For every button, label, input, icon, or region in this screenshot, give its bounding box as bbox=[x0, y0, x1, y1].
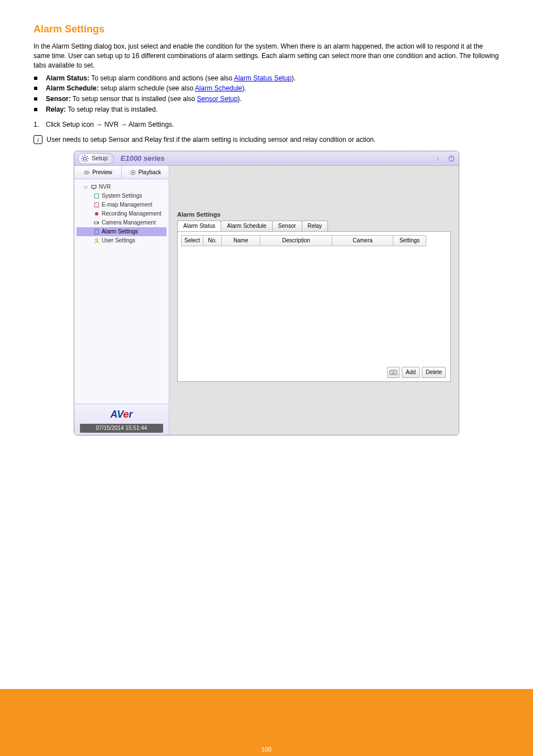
info-icon[interactable]: i bbox=[435, 155, 443, 162]
col-description[interactable]: Description bbox=[260, 235, 332, 246]
tree-item-recording[interactable]: Recording Management bbox=[77, 209, 166, 218]
keyboard-button[interactable] bbox=[387, 367, 399, 378]
tree-root-label: NVR bbox=[99, 183, 111, 191]
record-icon bbox=[93, 210, 100, 217]
svg-rect-20 bbox=[393, 371, 394, 371]
svg-text:i: i bbox=[437, 156, 439, 161]
aver-logo: AVer bbox=[74, 408, 169, 422]
svg-point-12 bbox=[95, 212, 98, 216]
model-label: E1000 series bbox=[121, 154, 165, 164]
bullet-relay: ■ Relay: To setup relay that is installe… bbox=[34, 105, 499, 114]
tree-root[interactable]: ⊟ NVR bbox=[77, 183, 166, 192]
nav-tree: ⊟ NVR System Settings E-map Management bbox=[74, 179, 169, 404]
col-select[interactable]: Select bbox=[181, 235, 203, 246]
tree-item-system-settings[interactable]: System Settings bbox=[77, 192, 166, 200]
doc-icon bbox=[93, 193, 100, 199]
tree-item-label: User Settings bbox=[102, 237, 135, 245]
svg-rect-18 bbox=[391, 371, 392, 371]
svg-rect-19 bbox=[392, 371, 393, 371]
bullet-text: To setup alarm conditions and actions (s… bbox=[91, 74, 234, 82]
add-button[interactable]: Add bbox=[402, 367, 420, 378]
tab-preview[interactable]: Preview bbox=[74, 166, 122, 179]
bullet-sensor: ■ Sensor: To setup sensor that is instal… bbox=[34, 94, 499, 104]
svg-rect-17 bbox=[390, 370, 397, 375]
svg-rect-10 bbox=[95, 194, 99, 198]
tree-item-emap[interactable]: E-map Management bbox=[77, 200, 166, 209]
camera-icon bbox=[93, 219, 100, 226]
col-settings[interactable]: Settings bbox=[393, 235, 426, 246]
sidebar: Preview Playback ⊟ NVR Syste bbox=[74, 166, 169, 435]
svg-rect-22 bbox=[392, 372, 396, 373]
tree-item-label: Alarm Settings bbox=[102, 228, 138, 236]
link-alarm-status-setup[interactable]: Alarm Status Setup bbox=[234, 74, 292, 82]
tree-item-camera[interactable]: Camera Management bbox=[77, 218, 166, 227]
svg-rect-8 bbox=[92, 185, 96, 188]
pane-tab-alarm-status[interactable]: Alarm Status bbox=[177, 221, 221, 231]
app-titlebar: Setup E1000 series i bbox=[74, 151, 459, 166]
pane-title: Alarm Settings bbox=[177, 210, 451, 219]
link-alarm-schedule[interactable]: Alarm Schedule bbox=[195, 84, 242, 92]
svg-rect-11 bbox=[95, 203, 99, 207]
gear-icon bbox=[80, 154, 89, 163]
page-footer: 100 bbox=[0, 689, 533, 756]
bullet-label: Sensor: bbox=[46, 95, 71, 103]
bullet-label: Alarm Schedule: bbox=[46, 84, 99, 92]
tab-playback[interactable]: Playback bbox=[122, 166, 169, 179]
tab-playback-label: Playback bbox=[139, 169, 161, 176]
col-name[interactable]: Name bbox=[221, 235, 260, 246]
info-icon: i bbox=[34, 135, 42, 144]
eye-icon bbox=[83, 169, 90, 176]
main-pane: Alarm Settings Alarm Status Alarm Schedu… bbox=[169, 166, 459, 435]
note-text: User needs to setup Sensor and Relay fir… bbox=[46, 136, 375, 143]
step-1: 1. Click Setup icon → NVR → Alarm Settin… bbox=[34, 120, 499, 130]
pane-tab-alarm-schedule[interactable]: Alarm Schedule bbox=[221, 221, 273, 231]
tree-item-label: System Settings bbox=[102, 192, 142, 200]
alarm-icon bbox=[93, 228, 100, 235]
svg-point-0 bbox=[83, 157, 86, 160]
link-sensor-setup[interactable]: Sensor Setup bbox=[197, 95, 238, 103]
setup-button[interactable]: Setup bbox=[78, 153, 114, 164]
page-number: 100 bbox=[261, 746, 272, 753]
keyboard-icon bbox=[389, 370, 397, 375]
col-no[interactable]: No. bbox=[203, 235, 222, 246]
svg-rect-9 bbox=[93, 189, 95, 189]
svg-rect-15 bbox=[95, 229, 99, 234]
intro-paragraph: In the Alarm Setting dialog box, just se… bbox=[34, 42, 499, 70]
tree-item-label: E-map Management bbox=[102, 201, 153, 209]
bullet-icon: ■ bbox=[34, 84, 46, 93]
bullet-text: To setup relay that is installed. bbox=[68, 106, 158, 113]
bullet-tail: ). bbox=[237, 95, 241, 103]
note-row: i User needs to setup Sensor and Relay f… bbox=[34, 135, 499, 145]
pane-tab-relay[interactable]: Relay bbox=[302, 221, 329, 231]
app-screenshot: Setup E1000 series i Preview Playback bbox=[74, 151, 459, 436]
bullet-icon: ■ bbox=[34, 74, 46, 83]
timestamp: 07/15/2014 15:51:44 bbox=[80, 424, 163, 433]
tree-item-alarm-settings[interactable]: Alarm Settings bbox=[77, 227, 166, 236]
map-icon bbox=[93, 202, 100, 208]
bullet-label: Alarm Status: bbox=[46, 74, 89, 82]
step-text: Click Setup icon → NVR → Alarm Settings. bbox=[46, 120, 174, 130]
playback-icon bbox=[130, 169, 136, 176]
bullet-text: setup alarm schedule (see also bbox=[101, 84, 195, 92]
section-heading: Alarm Settings bbox=[34, 22, 499, 36]
tree-item-user-settings[interactable]: User Settings bbox=[77, 236, 166, 245]
bullet-alarm-schedule: ■ Alarm Schedule: setup alarm schedule (… bbox=[34, 84, 499, 93]
delete-button[interactable]: Delete bbox=[422, 367, 446, 378]
bullet-tail: ). bbox=[242, 84, 246, 92]
tab-preview-label: Preview bbox=[92, 169, 112, 176]
bullet-icon: ■ bbox=[34, 105, 46, 114]
svg-rect-13 bbox=[94, 222, 98, 224]
bullet-alarm-status: ■ Alarm Status: To setup alarm condition… bbox=[34, 74, 499, 83]
bullet-icon: ■ bbox=[34, 94, 46, 104]
bullet-tail: ). bbox=[292, 74, 296, 82]
power-icon[interactable] bbox=[448, 155, 455, 162]
svg-rect-21 bbox=[395, 371, 396, 371]
bullet-text: To setup sensor that is installed (see a… bbox=[73, 95, 197, 103]
step-number: 1. bbox=[34, 120, 46, 130]
tree-item-label: Recording Management bbox=[102, 210, 161, 218]
svg-marker-7 bbox=[132, 171, 134, 174]
col-camera[interactable]: Camera bbox=[332, 235, 393, 246]
pane-tab-sensor[interactable]: Sensor bbox=[272, 221, 302, 231]
svg-point-16 bbox=[96, 239, 98, 241]
tree-item-label: Camera Management bbox=[102, 219, 156, 227]
